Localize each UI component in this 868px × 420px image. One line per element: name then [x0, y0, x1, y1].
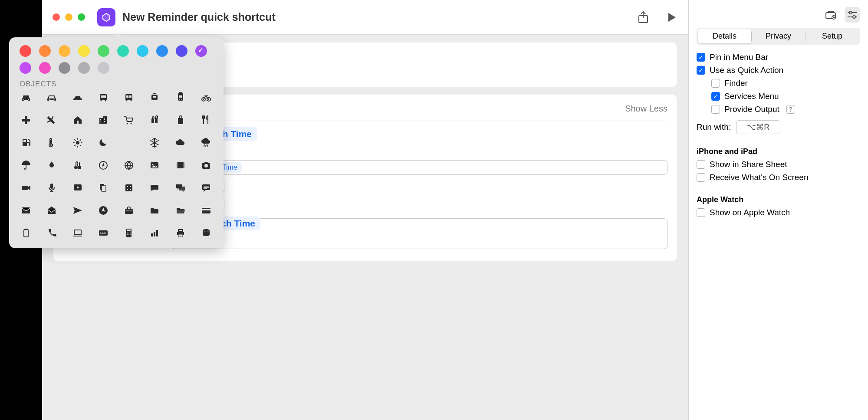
show-watch-checkbox[interactable] [697, 208, 705, 217]
zoom-window[interactable] [78, 13, 85, 21]
car2-icon[interactable] [45, 91, 58, 104]
color-swatch[interactable] [156, 45, 168, 57]
color-swatch[interactable] [98, 45, 109, 57]
message-icon[interactable] [200, 181, 213, 194]
url-field[interactable]: Ask Each Time [171, 160, 667, 175]
phone-icon[interactable] [45, 226, 58, 240]
svg-point-4 [853, 16, 855, 18]
compass-icon[interactable] [97, 159, 110, 172]
color-swatch[interactable] [20, 62, 31, 74]
color-swatch[interactable] [137, 45, 148, 57]
plane-icon[interactable] [45, 114, 58, 127]
film-icon[interactable] [174, 159, 187, 172]
color-swatch[interactable] [39, 45, 51, 57]
chat-icon[interactable] [148, 181, 161, 194]
house-icon[interactable] [71, 114, 84, 127]
finder-checkbox[interactable] [711, 79, 720, 88]
mic-icon[interactable] [45, 181, 58, 194]
image-icon[interactable] [148, 159, 161, 172]
svg-rect-64 [202, 209, 210, 210]
bars-icon[interactable] [148, 226, 161, 240]
globe-icon[interactable] [122, 159, 135, 172]
color-swatch[interactable] [59, 45, 70, 57]
rain-icon[interactable] [200, 136, 213, 149]
color-swatch[interactable] [20, 45, 31, 57]
keyboard-shortcut-field[interactable]: ⌥⌘R [736, 120, 780, 134]
svg-rect-46 [177, 162, 178, 168]
close-window[interactable] [53, 13, 60, 21]
camera-icon[interactable] [200, 159, 213, 172]
bags-icon[interactable] [148, 114, 161, 127]
color-swatch[interactable] [59, 62, 70, 74]
folder-icon[interactable] [148, 204, 161, 217]
calc-icon[interactable] [122, 226, 135, 240]
color-swatch[interactable] [176, 45, 187, 57]
bus-icon[interactable] [97, 91, 110, 104]
cloud-icon[interactable] [174, 136, 187, 149]
provide-output-checkbox[interactable] [711, 105, 720, 114]
tram-icon[interactable] [148, 91, 161, 104]
printer-icon[interactable] [174, 226, 187, 240]
share-icon[interactable] [637, 11, 649, 23]
binoc-icon[interactable] [71, 159, 84, 172]
envelope-open-icon[interactable] [45, 204, 58, 217]
brief-icon[interactable] [122, 204, 135, 217]
share-sheet-checkbox[interactable] [697, 160, 705, 169]
chats-icon[interactable] [174, 181, 187, 194]
library-icon[interactable] [823, 7, 838, 23]
server-icon[interactable] [200, 226, 213, 240]
color-swatch[interactable] [78, 45, 90, 57]
car-icon[interactable] [20, 91, 33, 104]
services-checkbox[interactable]: ✓ [711, 92, 720, 101]
color-swatch[interactable] [195, 45, 207, 57]
quick-action-checkbox[interactable]: ✓ [697, 66, 705, 75]
svg-rect-57 [127, 189, 128, 190]
battery-icon[interactable] [20, 226, 33, 240]
cart-icon[interactable] [122, 114, 135, 127]
umbrella-icon[interactable] [20, 159, 33, 172]
flame-icon[interactable] [45, 159, 58, 172]
folder-open-icon[interactable] [174, 204, 187, 217]
buildings-icon[interactable] [97, 114, 110, 127]
svg-rect-32 [104, 118, 105, 118]
laptop-icon[interactable] [71, 226, 84, 240]
color-swatch[interactable] [117, 45, 129, 57]
doc-dup-icon[interactable] [97, 181, 110, 194]
minimize-window[interactable] [65, 13, 72, 21]
pin-menubar-checkbox[interactable]: ✓ [697, 53, 705, 62]
subway-icon[interactable] [174, 91, 187, 104]
plus-medical-icon[interactable] [20, 114, 33, 127]
color-swatch[interactable] [78, 62, 90, 74]
video-icon[interactable] [20, 181, 33, 194]
help-icon[interactable]: ? [786, 105, 795, 114]
svg-point-35 [127, 123, 128, 125]
bus2-icon[interactable] [122, 91, 135, 104]
bag-icon[interactable] [174, 114, 187, 127]
color-swatch[interactable] [98, 62, 109, 74]
bicycle-icon[interactable] [200, 91, 213, 104]
car-sport-icon[interactable] [71, 91, 84, 104]
credit-icon[interactable] [200, 204, 213, 217]
play-icon[interactable] [71, 181, 84, 194]
keyboard-icon[interactable] [97, 226, 110, 240]
thermo-icon[interactable] [45, 136, 58, 149]
mail-icon[interactable] [20, 204, 33, 217]
receive-screen-checkbox[interactable] [697, 173, 705, 182]
fuel-icon[interactable] [20, 136, 33, 149]
moon-icon[interactable] [97, 136, 110, 149]
tab-details[interactable]: Details [698, 29, 751, 43]
show-less-button[interactable]: Show Less [625, 104, 667, 114]
calc-sq-icon[interactable] [122, 181, 135, 194]
color-swatch[interactable] [39, 62, 51, 74]
utensils-icon[interactable] [200, 114, 213, 127]
tab-setup[interactable]: Setup [806, 29, 859, 43]
shortcut-icon-button[interactable] [97, 8, 115, 26]
sun-icon[interactable] [71, 136, 84, 149]
settings-icon[interactable] [845, 7, 860, 23]
snow-icon[interactable] [148, 136, 161, 149]
send-icon[interactable] [71, 204, 84, 217]
nav-fill-icon[interactable] [97, 204, 110, 217]
tab-privacy[interactable]: Privacy [752, 29, 805, 43]
run-icon[interactable] [666, 11, 678, 23]
moon-fill-icon[interactable] [122, 136, 135, 149]
